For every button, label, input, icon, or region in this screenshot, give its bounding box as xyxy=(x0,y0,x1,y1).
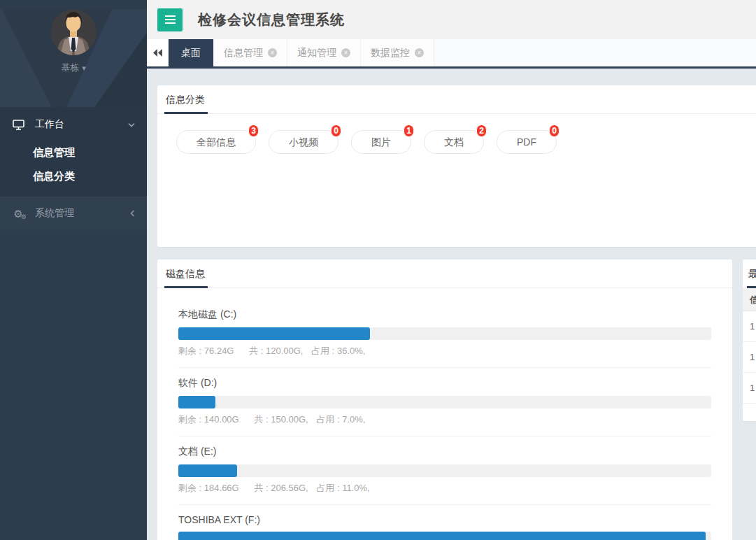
pill-document[interactable]: 文档 2 xyxy=(424,130,484,154)
count-badge: 1 xyxy=(404,125,414,137)
disk-name: 文档 (E:) xyxy=(178,446,711,458)
disk-row-d: 软件 (D:) 剩余 : 140.00G 共 : 150.00G, 占用 : 7… xyxy=(178,368,711,436)
disk-info-panel: 磁盘信息 本地磁盘 (C:) 剩余 : 76.24G 共 : 120.00G, … xyxy=(157,260,732,540)
sidebar-item-info-management[interactable]: 信息管理 xyxy=(0,141,147,164)
disk-total: 共 : 120.00G, xyxy=(249,346,303,356)
disk-name: 本地磁盘 (C:) xyxy=(178,308,711,321)
avatar-illustration xyxy=(50,9,97,55)
tab-label: 桌面 xyxy=(181,47,201,59)
close-icon[interactable]: × xyxy=(341,48,350,57)
disk-used: 占用 : 7.0%, xyxy=(316,414,365,425)
tab-desktop[interactable]: 桌面 xyxy=(169,39,214,66)
pill-all-info[interactable]: 全部信息 3 xyxy=(176,130,256,154)
sidebar: 基栋▾ 工作台 信息管理 信息分类 xyxy=(0,0,147,540)
user-block: 基栋▾ xyxy=(0,9,147,107)
info-category-panel: 信息分类 全部信息 3 小视频 0 图片 1 xyxy=(157,85,756,247)
count-badge: 0 xyxy=(549,125,559,137)
disk-remain: 剩余 : 140.00G xyxy=(178,414,239,425)
pill-image[interactable]: 图片 1 xyxy=(351,130,411,154)
pill-pdf[interactable]: PDF 0 xyxy=(497,130,557,154)
panel-body: 本地磁盘 (C:) 剩余 : 76.24G 共 : 120.00G, 占用 : … xyxy=(157,288,732,540)
disk-stats: 剩余 : 76.24G 共 : 120.00G, 占用 : 36.0%, xyxy=(178,345,711,357)
disk-used: 占用 : 36.0%, xyxy=(311,346,365,356)
disk-usage-fill xyxy=(178,396,215,408)
disk-usage-bar xyxy=(178,464,711,477)
disk-row-f: TOSHIBA EXT (F:) 剩余 : 20.45G 共 : 1863.01… xyxy=(178,505,711,540)
disk-remain: 剩余 : 184.66G xyxy=(178,483,239,493)
gears-icon: ⚙⚙ xyxy=(12,208,24,219)
sidebar-nav: 工作台 信息管理 信息分类 ⚙⚙ 系统管理 xyxy=(0,107,147,230)
username-dropdown[interactable]: 基栋▾ xyxy=(0,62,147,74)
close-icon[interactable]: × xyxy=(415,48,424,57)
tab-data-monitor[interactable]: 数据监控 × xyxy=(361,39,434,66)
pill-label: 文档 xyxy=(444,136,464,148)
panel-header: 信息分类 xyxy=(157,85,756,114)
sidebar-item-workbench[interactable]: 工作台 xyxy=(0,108,147,141)
sidebar-item-label: 工作台 xyxy=(35,118,64,131)
avatar[interactable] xyxy=(50,9,97,55)
monitor-icon xyxy=(12,120,24,130)
latest-info-panel: 最 信 1 1 1 xyxy=(743,260,756,421)
table-header: 信 xyxy=(743,288,756,311)
chevron-down-icon xyxy=(128,122,135,127)
app-window: 基栋▾ 工作台 信息管理 信息分类 xyxy=(0,0,756,540)
disk-usage-fill xyxy=(178,532,706,540)
panel-header: 最 xyxy=(743,260,756,288)
disk-remain: 剩余 : 76.24G xyxy=(178,346,234,356)
tab-notice-management[interactable]: 通知管理 × xyxy=(287,39,361,66)
collapse-tabs-button[interactable] xyxy=(147,39,169,66)
tab-info-management[interactable]: 信息管理 × xyxy=(214,39,287,66)
disk-stats: 剩余 : 140.00G 共 : 150.00G, 占用 : 7.0%, xyxy=(178,413,711,426)
count-badge: 3 xyxy=(248,125,259,137)
count-badge: 0 xyxy=(331,125,341,137)
panel-title: 最 xyxy=(748,260,756,288)
panel-body: 全部信息 3 小视频 0 图片 1 文档 2 xyxy=(157,114,756,170)
caret-down-icon: ▾ xyxy=(82,64,86,72)
panel-header: 磁盘信息 xyxy=(157,260,732,288)
pill-short-video[interactable]: 小视频 0 xyxy=(269,130,338,154)
sidebar-item-label: 系统管理 xyxy=(35,207,74,220)
disk-usage-bar xyxy=(178,396,711,408)
hamburger-icon xyxy=(165,19,176,20)
disk-total: 共 : 206.56G, xyxy=(254,483,308,493)
disk-row-c: 本地磁盘 (C:) 剩余 : 76.24G 共 : 120.00G, 占用 : … xyxy=(178,302,711,368)
tab-bar: 桌面 信息管理 × 通知管理 × 数据监控 × xyxy=(147,39,756,69)
nav-group-workbench: 工作台 信息管理 信息分类 xyxy=(0,107,147,197)
disk-name: 软件 (D:) xyxy=(178,377,711,390)
disk-usage-bar xyxy=(178,327,711,340)
disk-stats: 剩余 : 184.66G 共 : 206.56G, 占用 : 11.0%, xyxy=(178,482,711,495)
sidebar-item-system-management[interactable]: ⚙⚙ 系统管理 xyxy=(0,197,147,230)
disk-used: 占用 : 11.0%, xyxy=(316,483,369,493)
double-arrow-left-icon xyxy=(153,49,162,57)
tab-label: 信息管理 xyxy=(224,47,263,59)
disk-usage-fill xyxy=(178,327,370,340)
pill-label: PDF xyxy=(517,136,536,148)
list-item[interactable]: 1 xyxy=(743,342,756,373)
panel-title: 信息分类 xyxy=(166,85,205,114)
disk-row-e: 文档 (E:) 剩余 : 184.66G 共 : 206.56G, 占用 : 1… xyxy=(178,436,711,505)
disk-usage-bar xyxy=(178,532,711,540)
close-icon[interactable]: × xyxy=(268,48,277,57)
chevron-left-icon xyxy=(130,210,135,217)
disk-total: 共 : 150.00G, xyxy=(254,414,308,425)
list-item[interactable]: 1 xyxy=(743,311,756,342)
tab-label: 通知管理 xyxy=(297,47,336,59)
workbench-submenu: 信息管理 信息分类 xyxy=(0,141,147,188)
category-pills: 全部信息 3 小视频 0 图片 1 文档 2 xyxy=(176,130,756,154)
app-title: 检修会议信息管理系统 xyxy=(198,10,345,29)
header: 检修会议信息管理系统 xyxy=(147,0,756,39)
disk-name: TOSHIBA EXT (F:) xyxy=(178,514,711,525)
count-badge: 2 xyxy=(476,125,487,137)
menu-toggle-button[interactable] xyxy=(157,8,183,31)
pill-label: 小视频 xyxy=(289,136,318,148)
tab-label: 数据监控 xyxy=(371,47,410,59)
panel-title: 磁盘信息 xyxy=(166,260,205,288)
disk-usage-fill xyxy=(178,464,237,477)
sidebar-item-info-category[interactable]: 信息分类 xyxy=(0,164,147,188)
username: 基栋 xyxy=(61,62,79,73)
pill-label: 全部信息 xyxy=(197,136,236,148)
pill-label: 图片 xyxy=(371,136,391,148)
list-item[interactable]: 1 xyxy=(743,373,756,404)
